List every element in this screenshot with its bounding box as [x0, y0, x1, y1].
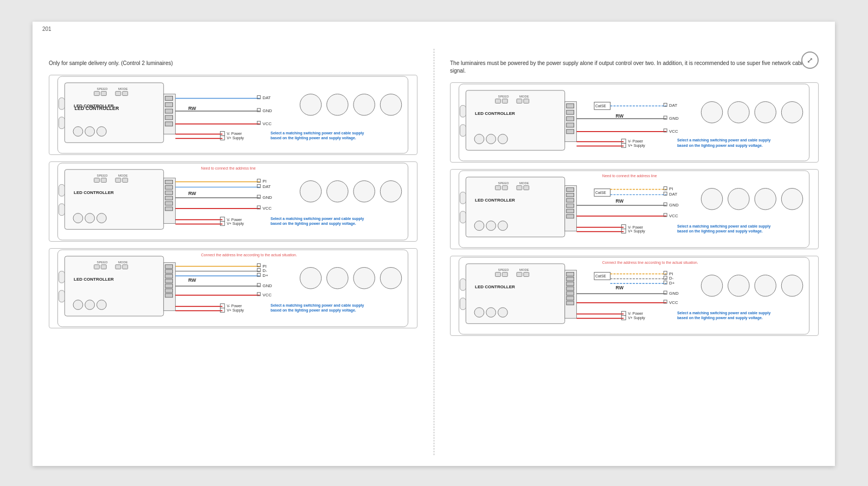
- svg-point-29: [300, 94, 321, 115]
- svg-rect-106: [165, 289, 173, 293]
- svg-rect-210: [664, 192, 667, 195]
- svg-rect-48: [101, 178, 106, 183]
- svg-point-217: [728, 189, 749, 210]
- fullscreen-button[interactable]: ⤢: [801, 51, 819, 69]
- svg-text:CatSE: CatSE: [595, 274, 606, 278]
- svg-rect-138: [466, 90, 564, 150]
- svg-text:PI: PI: [669, 271, 673, 276]
- svg-rect-197: [567, 204, 574, 208]
- svg-rect-188: [517, 186, 522, 190]
- svg-rect-266: [664, 300, 667, 303]
- svg-text:PI: PI: [262, 264, 266, 269]
- svg-rect-57: [165, 191, 173, 195]
- svg-point-238: [474, 308, 484, 317]
- controller-label-2: LED CONTROLLER: [74, 190, 114, 195]
- svg-point-170: [755, 102, 776, 123]
- svg-rect-47: [94, 178, 100, 183]
- svg-rect-264: [664, 291, 667, 294]
- svg-rect-174: [621, 139, 626, 144]
- svg-text:RW: RW: [188, 277, 196, 283]
- svg-rect-244: [567, 282, 574, 286]
- svg-rect-6: [101, 92, 106, 96]
- controller-label-3: LED CONTROLLER: [74, 277, 114, 282]
- svg-rect-208: [664, 187, 667, 190]
- svg-point-148: [486, 134, 496, 144]
- svg-rect-50: [123, 178, 128, 183]
- svg-point-51: [73, 213, 83, 223]
- svg-rect-280: [459, 257, 809, 334]
- svg-rect-25: [257, 108, 260, 112]
- svg-rect-145: [517, 99, 522, 103]
- svg-text:SPEED: SPEED: [498, 95, 509, 98]
- svg-point-125: [300, 268, 321, 289]
- svg-rect-234: [496, 273, 501, 277]
- diagram-right-2: SPEED MODE Need to connect the address l…: [450, 169, 819, 249]
- svg-text:RW: RW: [615, 198, 623, 204]
- svg-text:Connect the address line accor: Connect the address line according to th…: [201, 253, 297, 257]
- svg-point-12: [97, 127, 106, 137]
- svg-rect-60: [165, 207, 173, 211]
- svg-point-271: [781, 275, 802, 296]
- svg-text:RW: RW: [188, 191, 196, 196]
- svg-rect-140: [460, 125, 466, 137]
- svg-rect-212: [664, 203, 667, 206]
- svg-text:CatSE: CatSE: [595, 104, 606, 108]
- controller-label-r1: LED CONTROLLER: [475, 111, 515, 116]
- svg-rect-156: [594, 102, 610, 110]
- svg-text:Select a matching switching po: Select a matching switching power and ca…: [677, 311, 770, 315]
- svg-text:Select a matching switching po: Select a matching switching power and ca…: [677, 224, 770, 229]
- fullscreen-icon: ⤢: [807, 56, 813, 64]
- svg-text:PI: PI: [669, 186, 673, 191]
- page-number: 201: [42, 26, 52, 32]
- svg-point-53: [97, 213, 106, 223]
- svg-rect-7: [115, 92, 121, 96]
- svg-rect-23: [257, 95, 260, 99]
- svg-rect-5: [94, 92, 100, 96]
- svg-rect-274: [621, 312, 626, 316]
- svg-text:based on the lighting power an: based on the lighting power and supply v…: [271, 222, 356, 226]
- svg-point-76: [327, 181, 348, 202]
- svg-text:based on the lighting power an: based on the lighting power and supply v…: [677, 144, 763, 148]
- svg-rect-131: [220, 304, 224, 308]
- svg-point-191: [486, 221, 496, 231]
- svg-rect-36: [220, 135, 224, 140]
- svg-rect-223: [621, 229, 626, 234]
- svg-rect-82: [220, 222, 224, 226]
- svg-rect-222: [621, 225, 626, 229]
- svg-rect-100: [164, 263, 176, 311]
- svg-text:GND: GND: [262, 108, 272, 113]
- svg-text:V+  Supply: V+ Supply: [628, 144, 645, 148]
- svg-rect-189: [524, 186, 529, 190]
- svg-text:based on the lighting power an: based on the lighting power and supply v…: [677, 316, 763, 320]
- svg-rect-102: [165, 269, 173, 273]
- svg-text:MODE: MODE: [118, 174, 128, 177]
- svg-rect-155: [567, 129, 574, 134]
- svg-rect-123: [257, 293, 260, 296]
- svg-text:Select a matching switching po: Select a matching switching power and ca…: [271, 131, 364, 135]
- svg-rect-194: [567, 188, 574, 192]
- svg-text:V-  Power: V- Power: [628, 225, 644, 229]
- svg-rect-117: [257, 269, 260, 272]
- svg-rect-41: [57, 76, 408, 153]
- svg-rect-181: [466, 177, 564, 237]
- svg-rect-245: [567, 287, 574, 290]
- svg-text:V+  Supply: V+ Supply: [227, 308, 244, 313]
- svg-text:RW: RW: [615, 285, 623, 290]
- svg-text:MODE: MODE: [519, 182, 529, 185]
- svg-text:V-  Power: V- Power: [227, 304, 242, 308]
- svg-point-270: [755, 275, 776, 296]
- svg-rect-146: [524, 99, 529, 103]
- svg-rect-152: [567, 110, 574, 114]
- svg-rect-93: [94, 265, 100, 269]
- svg-text:MODE: MODE: [118, 87, 128, 90]
- svg-text:GND: GND: [669, 203, 679, 208]
- page-container: 201 ⤢ Only for sample delivery only. (Co…: [33, 22, 835, 466]
- svg-rect-115: [257, 264, 260, 267]
- svg-text:RW: RW: [615, 113, 623, 119]
- svg-rect-229: [466, 264, 564, 323]
- svg-text:based on the lighting power an: based on the lighting power and supply v…: [271, 136, 356, 140]
- svg-rect-81: [220, 217, 224, 222]
- svg-rect-139: [460, 105, 466, 117]
- svg-rect-73: [257, 206, 260, 209]
- svg-point-30: [327, 94, 348, 115]
